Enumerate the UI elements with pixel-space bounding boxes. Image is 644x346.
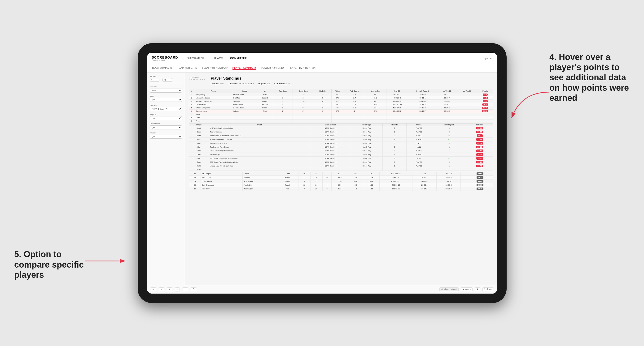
clock-button[interactable]: ⏱ <box>191 287 196 291</box>
cell-points[interactable]: 39.95 <box>467 183 493 187</box>
hd-cell-w-points[interactable]: 66.40 <box>466 164 493 168</box>
hd-cell-w-points[interactable]: 46.7 <box>466 134 493 138</box>
sidebar-conference-select[interactable]: (All) <box>150 125 182 129</box>
cell-points[interactable]: 40.27 <box>467 175 493 179</box>
cell-points[interactable]: 76.2 <box>477 96 493 99</box>
hd-cell-w-points[interactable]: 53.60 <box>466 130 493 134</box>
w-points-badge[interactable]: 66.40 <box>476 165 483 167</box>
hd-cell-w-points[interactable]: 56.18 <box>466 160 493 164</box>
hover-detail-row[interactable]: Tiger SEC Stroke Play hosted by Jerry Pa… <box>189 160 493 164</box>
hover-detail-row[interactable]: Alex C Fallen Oak Collegiate Invitationa… <box>189 149 493 153</box>
nav-committee[interactable]: COMMITTEE <box>230 56 247 60</box>
table-row[interactable]: 23 Jack Lundin Missouri Fourth 11 24 0 8… <box>189 175 493 179</box>
cell-points[interactable]: 40.02 <box>467 179 493 183</box>
w-points-badge[interactable]: 53.60 <box>476 131 483 133</box>
w-points-badge[interactable]: 46.7 <box>477 134 483 137</box>
sidebar-gender-select[interactable]: Men Women <box>150 89 182 93</box>
no-rds-max-input[interactable] <box>162 78 172 82</box>
cell-points[interactable] <box>477 119 493 123</box>
points-badge[interactable]: 76.2 <box>483 97 488 99</box>
table-row[interactable]: 8 Mats <box>189 116 493 119</box>
points-badge[interactable]: 48.68 <box>476 173 484 175</box>
nav-tournaments[interactable]: TOURNAMENTS <box>185 56 206 60</box>
table-row[interactable]: 6 Jackson Koivu Auburn First 2 27 1 87.5… <box>189 109 493 113</box>
hover-detail-row[interactable]: Marc Irmer Am Intercollegiate NCAA Divis… <box>189 141 493 145</box>
cell-points[interactable]: 68.34 <box>477 103 493 106</box>
subnav-team-summary[interactable]: TEAM SUMMARY <box>152 66 173 70</box>
hd-cell-w-points[interactable]: 16.50 <box>466 149 493 153</box>
watch-button[interactable]: ▶ Watch <box>461 287 472 291</box>
sidebar-region-select[interactable]: N/A All <box>150 116 182 120</box>
points-badge[interactable]: 68.34 <box>482 103 488 106</box>
w-points-badge[interactable]: 56.18 <box>476 161 483 164</box>
nav-teams[interactable]: TEAMS <box>214 56 223 60</box>
cell-points[interactable]: 60.49 <box>477 106 493 109</box>
table-row[interactable]: 7 Niche <box>189 113 493 116</box>
hover-detail-row[interactable]: Tashe <box>189 168 493 171</box>
cell-points[interactable] <box>477 113 493 116</box>
w-points-badge[interactable]: 73.23 <box>476 138 483 141</box>
hover-detail-row[interactable]: Jacob UNCW Seahawk Intercollegiate NCAA … <box>189 126 493 130</box>
w-points-badge[interactable]: 30.47 <box>476 153 483 156</box>
w-points-badge[interactable]: 24.11 <box>476 146 483 148</box>
hd-cell-w-points[interactable]: 24.11 <box>466 145 493 149</box>
sidebar-year-select[interactable]: (All) 2024 2023 <box>150 98 182 102</box>
subnav-player-h2h-heatmap[interactable]: PLAYER H2H HEATMAP <box>288 66 317 70</box>
points-badge[interactable]: 38.49 <box>476 187 484 190</box>
hover-detail-row[interactable]: David Williams Cup NCAA Division I Strok… <box>189 153 493 156</box>
points-badge[interactable]: 39.95 <box>476 184 484 186</box>
w-points-badge[interactable]: 25.36 <box>476 157 483 160</box>
hd-cell-w-points[interactable] <box>466 168 493 171</box>
hover-detail-row[interactable]: Matti Mirabel Maui Jim Intercollegiate N… <box>189 164 493 168</box>
hover-detail-row[interactable]: Brenc Wake Forest Invitational at Pinehu… <box>189 134 493 138</box>
points-badge[interactable]: 69.2 <box>483 94 488 96</box>
w-points-badge[interactable]: 16.50 <box>476 150 483 152</box>
cell-points[interactable]: 72.2 <box>477 99 493 103</box>
subnav-player-h2h-grid[interactable]: PLAYER H2H GRID <box>261 66 284 70</box>
table-row[interactable]: 2 Michael La Sasso Ole Miss Second 1 18 … <box>189 96 493 99</box>
table-row[interactable]: 22 Ian Gilligan Florida Third 10 24 1 68… <box>189 172 493 175</box>
table-row[interactable]: 1 Wenyi Ding Arizona State First 1 15 1 … <box>189 93 493 96</box>
hover-detail-row[interactable]: Phich Southern Highlands Collegiate NCAA… <box>189 138 493 141</box>
cell-points[interactable]: 48.68 <box>467 172 493 175</box>
points-badge[interactable]: 40.27 <box>476 176 484 179</box>
table-row[interactable]: 24 Bastien Amat New Mexico Fourth 1 27 2… <box>189 179 493 183</box>
hover-detail-row[interactable]: Gordo Tiger Invitational NCAA Division I… <box>189 130 493 134</box>
cell-points[interactable]: 68.18 <box>477 109 493 113</box>
cell-points[interactable]: 69.2 <box>477 93 493 96</box>
table-row[interactable]: 4 Luke Clanton Florida State Second 5 27… <box>189 103 493 106</box>
subnav-team-h2h-heatmap[interactable]: TEAM H2H HEATMAP <box>202 66 228 70</box>
view-original-button[interactable]: 👁 View: Original <box>440 287 458 291</box>
table-row[interactable]: 26 Petr Hruby Washington Fifth 7 23 0 68… <box>189 187 493 190</box>
redo-button[interactable]: ↪ <box>159 287 164 291</box>
hd-cell-w-points[interactable]: 73.23 <box>466 138 493 141</box>
slider-track[interactable] <box>150 83 182 83</box>
hd-cell-w-points[interactable]: 37.57 <box>466 141 493 145</box>
sidebar-player-select[interactable]: (All) <box>150 135 182 139</box>
filter-button[interactable]: ⊞ <box>167 287 172 291</box>
points-badge[interactable]: 60.49 <box>482 107 488 109</box>
w-points-badge[interactable]: 53.64 <box>476 127 483 129</box>
table-row[interactable]: 9 Prest <box>189 119 493 123</box>
sidebar-division-select[interactable]: NCAA Division I ▼ NCAA Division II NCAA … <box>150 107 182 111</box>
hover-detail-row[interactable]: Jake I The Cypress Point Classic NCAA Di… <box>189 145 493 149</box>
table-row[interactable]: 3 Michael Thorbjornsen Stanford Fourth 1… <box>189 99 493 103</box>
export-button[interactable]: ⬆ <box>475 287 480 291</box>
points-badge[interactable]: 72.2 <box>483 100 488 102</box>
no-rds-min-input[interactable] <box>150 78 160 82</box>
hd-cell-w-points[interactable]: 53.64 <box>466 126 493 130</box>
share-button[interactable]: ⤴ Share <box>482 287 493 291</box>
points-badge[interactable]: 40.02 <box>476 180 484 182</box>
table-row[interactable]: 25 Cole Sherwood Vanderbilt Fourth 12 24… <box>189 183 493 187</box>
undo-button[interactable]: ↩ <box>151 287 156 291</box>
hd-cell-w-points[interactable]: 25.36 <box>466 156 493 160</box>
hover-detail-row[interactable]: Luke I SEC Match Play hosted by Jerry Pa… <box>189 156 493 160</box>
sign-out[interactable]: Sign out <box>483 57 492 59</box>
copy-button[interactable]: ⧉ <box>175 287 180 291</box>
separator-btn[interactable]: ⋯ <box>182 287 188 291</box>
table-row[interactable]: 5 Christo Lamprecht Georgia Tech Fourth … <box>189 106 493 109</box>
subnav-player-summary[interactable]: PLAYER SUMMARY <box>232 66 256 70</box>
cell-points[interactable]: 38.49 <box>467 187 493 190</box>
subnav-team-h2h-grid[interactable]: TEAM H2H GRID <box>177 66 197 70</box>
points-badge[interactable]: 68.18 <box>482 110 488 112</box>
